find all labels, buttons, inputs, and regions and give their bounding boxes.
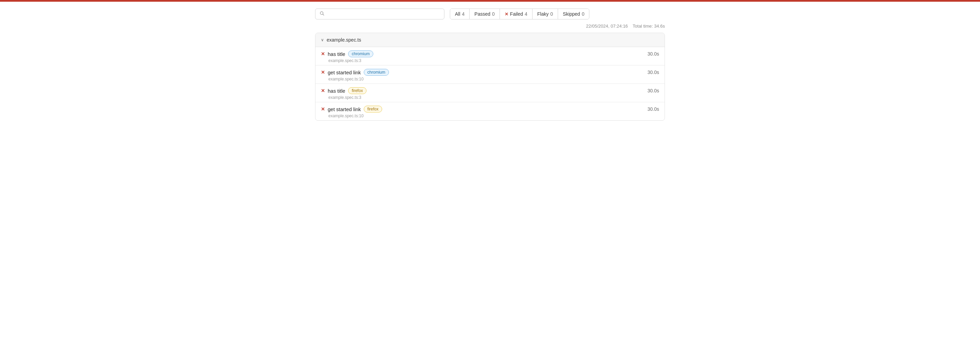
test-file-2: example.spec.ts:3: [328, 95, 659, 100]
fail-icon-0: ✕: [321, 51, 325, 57]
search-box: [315, 8, 444, 19]
test-row[interactable]: ✕ has title firefox 30.0s example.spec.t…: [315, 84, 665, 102]
test-row[interactable]: ✕ has title chromium 30.0s example.spec.…: [315, 47, 665, 66]
filter-failed-count: 4: [525, 11, 527, 17]
test-row[interactable]: ✕ get started link firefox 30.0s example…: [315, 102, 665, 120]
filter-flaky-count: 0: [550, 11, 553, 17]
test-row-main-3: ✕ get started link firefox 30.0s: [321, 106, 659, 112]
test-row[interactable]: ✕ get started link chromium 30.0s exampl…: [315, 66, 665, 84]
test-file-1: example.spec.ts:10: [328, 77, 659, 82]
filter-all-label: All: [455, 11, 460, 17]
test-row-main-1: ✕ get started link chromium 30.0s: [321, 69, 659, 76]
filter-all-button[interactable]: All 4: [450, 9, 469, 19]
filter-skipped-label: Skipped: [563, 11, 580, 17]
filter-flaky-button[interactable]: Flaky 0: [533, 9, 558, 19]
spec-group: ∨ example.spec.ts ✕ has title chromium 3…: [315, 33, 665, 121]
filter-buttons: All 4 Passed 0 ✕ Failed 4 Flaky 0 Skippe…: [450, 8, 589, 19]
filter-passed-button[interactable]: Passed 0: [469, 9, 500, 19]
test-time-0: 30.0s: [648, 51, 659, 57]
meta-row: 22/05/2024, 07:24:16 Total time: 34.6s: [315, 24, 665, 29]
test-row-left-3: ✕ get started link firefox: [321, 106, 382, 112]
spec-header[interactable]: ∨ example.spec.ts: [315, 33, 665, 47]
browser-badge-3: firefox: [364, 106, 382, 112]
test-row-left-1: ✕ get started link chromium: [321, 69, 389, 76]
test-file-0: example.spec.ts:3: [328, 58, 659, 63]
test-row-left-2: ✕ has title firefox: [321, 87, 366, 94]
fail-icon-1: ✕: [321, 70, 325, 75]
filter-failed-label: Failed: [510, 11, 523, 17]
test-row-main-0: ✕ has title chromium 30.0s: [321, 50, 659, 57]
browser-badge-2: firefox: [348, 87, 367, 94]
browser-badge-1: chromium: [364, 69, 389, 76]
test-name-2: has title: [328, 88, 345, 94]
filter-flaky-label: Flaky: [537, 11, 549, 17]
svg-line-1: [323, 14, 324, 15]
chevron-down-icon: ∨: [321, 37, 324, 42]
main-container: All 4 Passed 0 ✕ Failed 4 Flaky 0 Skippe…: [310, 2, 670, 128]
filter-failed-button[interactable]: ✕ Failed 4: [500, 9, 533, 19]
test-name-1: get started link: [328, 70, 361, 75]
spec-filename: example.spec.ts: [327, 37, 361, 43]
fail-icon-3: ✕: [321, 106, 325, 112]
test-time-3: 30.0s: [648, 106, 659, 112]
filter-passed-count: 0: [492, 11, 495, 17]
test-rows-container: ✕ has title chromium 30.0s example.spec.…: [315, 47, 665, 120]
toolbar: All 4 Passed 0 ✕ Failed 4 Flaky 0 Skippe…: [315, 8, 665, 19]
fail-icon-2: ✕: [321, 88, 325, 93]
test-time-2: 30.0s: [648, 88, 659, 93]
meta-datetime: 22/05/2024, 07:24:16: [586, 24, 628, 29]
test-row-left-0: ✕ has title chromium: [321, 50, 373, 57]
search-input[interactable]: [327, 11, 440, 17]
failed-x-icon: ✕: [504, 11, 508, 17]
filter-skipped-button[interactable]: Skipped 0: [558, 9, 589, 19]
filter-all-count: 4: [462, 11, 465, 17]
meta-total-time-label: Total time:: [633, 24, 653, 29]
test-row-main-2: ✕ has title firefox 30.0s: [321, 87, 659, 94]
test-name-0: has title: [328, 51, 345, 57]
browser-badge-0: chromium: [348, 50, 374, 57]
meta-total-time-value: 34.6s: [654, 24, 665, 29]
test-time-1: 30.0s: [648, 70, 659, 75]
filter-passed-label: Passed: [474, 11, 490, 17]
test-file-3: example.spec.ts:10: [328, 114, 659, 118]
search-icon: [320, 11, 325, 17]
test-name-3: get started link: [328, 106, 361, 112]
filter-skipped-count: 0: [582, 11, 585, 17]
